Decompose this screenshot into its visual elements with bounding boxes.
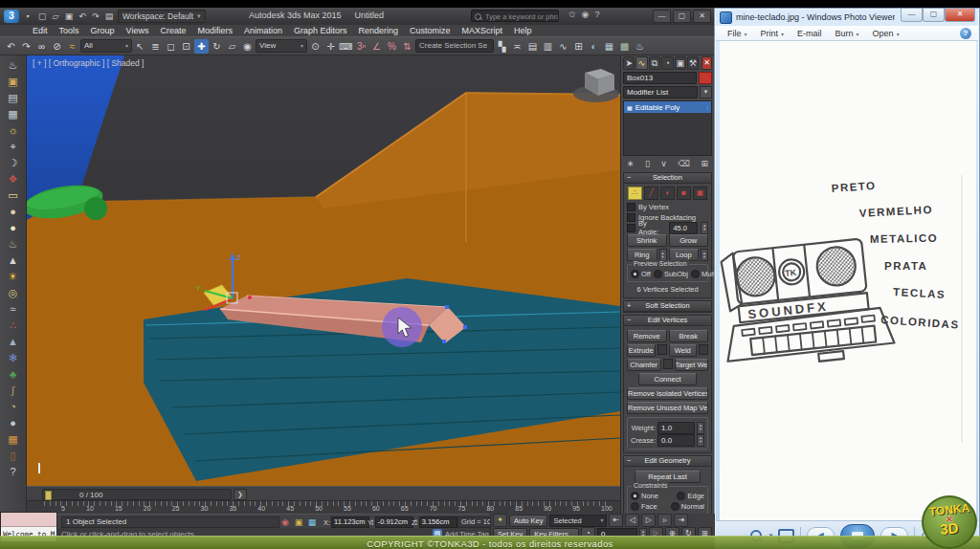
tab-modify[interactable]: ∿ [635, 56, 647, 70]
viewer-help-icon[interactable]: ? [960, 28, 971, 39]
rollout-selection-header[interactable]: −Selection [624, 173, 711, 184]
constraint-none-radio[interactable]: None [631, 492, 658, 500]
viewer-menu-open[interactable]: Open▾ [867, 29, 905, 38]
percent-snap-icon[interactable]: % [385, 39, 399, 54]
constraint-face-radio[interactable]: Face [631, 502, 657, 511]
viewer-menu-file[interactable]: File▾ [722, 29, 753, 38]
snap-3d-icon[interactable]: 3ⁿ [354, 39, 368, 54]
remove-unused-map-verts-button[interactable]: Remove Unused Map Verts [627, 402, 708, 414]
spotlight-icon[interactable]: ⌖ [5, 139, 21, 155]
snaps-status-icon[interactable]: ▦ [306, 516, 318, 528]
tab-create[interactable]: ➤ [623, 56, 635, 70]
undo-quick-icon[interactable]: ↶ [77, 11, 88, 22]
shell-icon[interactable]: ◔ [5, 399, 21, 415]
help-icon[interactable]: ? [5, 464, 21, 480]
time-slider-handle[interactable] [45, 491, 52, 500]
rectangular-selection-icon[interactable]: ◻ [164, 39, 178, 54]
angle-value-field[interactable]: 45.0 [669, 222, 698, 234]
rendered-frame-icon[interactable]: ▩ [617, 39, 632, 54]
teapot-primitive-icon[interactable]: ♨ [5, 236, 21, 253]
rollout-soft-selection-header[interactable]: +Soft Selection [624, 301, 711, 312]
selection-lock-icon[interactable]: ▣ [293, 516, 304, 528]
tab-display[interactable]: ▣ [675, 56, 686, 70]
play-icon[interactable]: ▷ [641, 514, 656, 527]
extrude-settings-icon[interactable] [657, 344, 667, 355]
box-primitive-icon[interactable]: ▭ [5, 187, 21, 204]
plant-blue-icon[interactable]: ✻ [5, 350, 21, 366]
constraint-edge-radio[interactable]: Edge [677, 492, 704, 500]
remove-modifier-icon[interactable]: ⌫ [678, 159, 690, 168]
y-coordinate-field[interactable]: -0.912cm [375, 516, 413, 528]
viewer-menu-burn[interactable]: Burn▾ [830, 29, 865, 38]
project-folder-icon[interactable]: ▤ [103, 11, 115, 22]
by-angle-checkbox[interactable]: By Angle: 45.0 ▲▼ [627, 223, 708, 232]
unlink-selection-icon[interactable]: ⊘ [50, 39, 64, 54]
menu-item-7[interactable]: Graph Editors [288, 26, 353, 35]
extrude-button[interactable]: Extrude [627, 344, 656, 357]
door-icon[interactable]: ▯ [5, 448, 21, 464]
select-and-move-icon[interactable]: ✚ [194, 39, 209, 54]
redo-icon[interactable]: ↷ [19, 39, 33, 54]
moon-icon[interactable]: ☽ [5, 155, 21, 171]
data-table-icon[interactable]: ▦ [5, 106, 21, 122]
3dsmax-app-logo-icon[interactable]: 3 [4, 10, 19, 23]
go-to-start-icon[interactable]: ⇤ [609, 514, 623, 527]
tab-hierarchy[interactable]: ⧉ [649, 56, 660, 70]
close-button[interactable]: ✕ [693, 10, 711, 23]
modifier-list-arrow-icon[interactable]: ▼ [700, 86, 712, 99]
menu-item-6[interactable]: Animation [238, 26, 288, 35]
element-subobject-icon[interactable]: ▣ [693, 187, 707, 200]
select-by-name-icon[interactable]: ≣ [148, 39, 163, 54]
favorites-icon[interactable]: ✩ [568, 10, 576, 19]
open-file-icon[interactable]: ▱ [50, 11, 61, 22]
viewer-menu-email[interactable]: E-mail [791, 29, 828, 38]
spinner-snap-icon[interactable]: ⇅ [400, 39, 414, 54]
mirror-icon[interactable]: ▚ [495, 39, 509, 54]
search-input[interactable]: Type a keyword or phrase [471, 10, 559, 22]
grow-button[interactable]: Grow [669, 234, 709, 247]
loop-spinner[interactable]: ▲▼ [701, 249, 708, 261]
border-subobject-icon[interactable]: ◗ [660, 187, 675, 200]
macro-recorder-line[interactable] [1, 513, 56, 527]
tab-motion[interactable]: ◔ [661, 56, 673, 70]
chamfer-button[interactable]: Chamfer [627, 359, 661, 371]
by-vertex-checkbox[interactable]: By Vertex [627, 202, 708, 211]
viewport-canvas[interactable]: Z Y [27, 55, 620, 486]
angle-spinner[interactable]: ▲▼ [701, 222, 708, 234]
preview-off-radio[interactable]: Off [631, 270, 651, 278]
weld-settings-icon[interactable] [699, 344, 708, 355]
angle-snap-icon[interactable]: ∠ [369, 39, 384, 54]
preview-multi-radio[interactable]: Multi [691, 270, 714, 278]
vertex-subobject-icon[interactable]: ∴ [628, 187, 642, 200]
chamfer-settings-icon[interactable] [663, 359, 673, 369]
selection-filter-dropdown[interactable]: All▾ [80, 39, 132, 53]
light-bulb-icon[interactable]: ☼ [5, 122, 21, 139]
z-coordinate-field[interactable]: 3.156cm [419, 516, 457, 528]
menu-item-4[interactable]: Create [154, 26, 191, 35]
sphere-blue-icon[interactable]: ● [5, 415, 21, 431]
torus-icon[interactable]: ◎ [5, 285, 21, 301]
object-name-field[interactable]: Box013 [623, 72, 697, 84]
render-setup-icon[interactable]: ▦ [602, 39, 616, 54]
viewer-minimize-button[interactable]: — [901, 9, 923, 22]
sphere-primitive-icon[interactable]: ● [5, 204, 21, 220]
menu-item-3[interactable]: Views [121, 26, 155, 35]
key-toggle-icon[interactable]: ✦ [493, 514, 507, 527]
menu-item-8[interactable]: Rendering [353, 26, 405, 35]
undo-icon[interactable]: ↶ [4, 39, 18, 54]
track-bar[interactable]: 5101520253035404550556065707580859095100 [27, 500, 620, 514]
modifier-stack[interactable]: ▦ Editable Poly ⁝ [623, 100, 712, 156]
minimize-button[interactable]: — [653, 10, 671, 23]
constraint-normal-radio[interactable]: Normal [671, 502, 704, 511]
tab-utilities[interactable]: ⚒ [687, 56, 699, 70]
app-menu-arrow-icon[interactable]: ▾ [22, 11, 33, 22]
select-object-icon[interactable]: ↖ [133, 39, 147, 54]
community-icon[interactable]: ◉ [582, 10, 590, 19]
select-and-manipulate-icon[interactable]: ✛ [323, 39, 338, 54]
time-slider-track[interactable]: 0 / 100 [42, 489, 232, 500]
weight-field[interactable]: 1.0 [657, 422, 695, 434]
fur-icon[interactable]: ∫ [5, 383, 21, 399]
material-editor-icon[interactable]: ◐ [587, 39, 601, 54]
x-coordinate-field[interactable]: 11.123cm [331, 516, 369, 528]
weld-button[interactable]: Weld [669, 344, 698, 357]
